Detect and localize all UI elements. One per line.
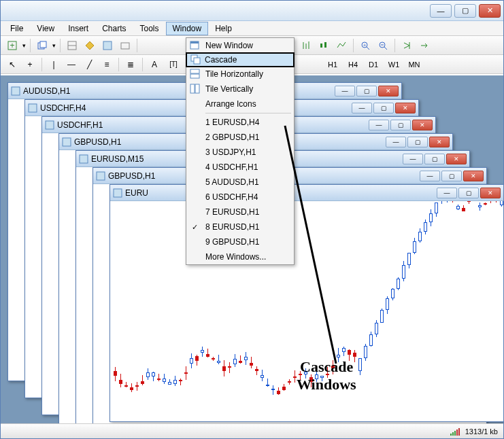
svg-rect-24 [46, 121, 54, 129]
child-min[interactable]: — [403, 154, 423, 164]
dd-window-1[interactable]: 1 EURUSD,H4 [186, 115, 294, 130]
navigator-icon[interactable] [82, 38, 97, 53]
bar-chart-icon[interactable] [299, 38, 314, 53]
svg-rect-28 [114, 189, 122, 197]
chart-icon [11, 86, 20, 96]
cursor-icon[interactable]: ↖ [5, 57, 20, 72]
svg-rect-26 [80, 155, 88, 163]
menu-insert[interactable]: Insert [61, 22, 95, 35]
zoom-in-icon[interactable]: + [358, 38, 373, 53]
svg-rect-7 [103, 41, 112, 50]
terminal-icon[interactable] [118, 38, 133, 53]
zoom-out-icon[interactable] [375, 38, 390, 53]
child-max[interactable]: ▢ [356, 86, 377, 96]
child-close[interactable]: ✕ [480, 188, 501, 198]
chart-title: GBPUSD,H1 [74, 137, 121, 147]
child-min[interactable]: — [335, 86, 355, 96]
dd-window-3[interactable]: 3 USDJPY,H1 [186, 145, 294, 160]
svg-rect-8 [121, 43, 129, 49]
child-max[interactable]: ▢ [373, 103, 394, 113]
line-chart-icon[interactable] [334, 38, 349, 53]
svg-rect-35 [190, 84, 195, 93]
chart-window-active[interactable]: EURU—▢✕ [110, 184, 503, 422]
child-close[interactable]: ✕ [412, 120, 433, 130]
chart-icon [28, 103, 37, 113]
dd-window-8[interactable]: ✓8 EURUSD,H1 [186, 220, 294, 234]
timeframe-w1[interactable]: W1 [385, 58, 403, 71]
child-max[interactable]: ▢ [407, 137, 428, 147]
child-max[interactable]: ▢ [424, 154, 445, 164]
dd-window-7[interactable]: 7 EURUSD,H1 [186, 205, 294, 220]
child-min[interactable]: — [420, 171, 440, 181]
dd-arrange-icons[interactable]: Arrange Icons [186, 96, 294, 111]
crosshair-icon[interactable]: + [22, 57, 37, 72]
child-max[interactable]: ▢ [441, 171, 462, 181]
child-close[interactable]: ✕ [463, 171, 484, 181]
child-max[interactable]: ▢ [390, 120, 411, 130]
minimize-button[interactable]: — [430, 4, 452, 18]
dd-separator [205, 113, 291, 113]
svg-line-15 [367, 47, 369, 50]
candlestick-chart[interactable] [110, 201, 503, 421]
menu-window[interactable]: Window [166, 22, 209, 35]
vline-icon[interactable]: | [46, 57, 61, 72]
menubar: File View Insert Charts Tools Window Hel… [1, 21, 503, 36]
check-icon: ✓ [192, 223, 198, 232]
menu-file[interactable]: File [3, 22, 30, 35]
data-window-icon[interactable] [100, 38, 115, 53]
text-icon[interactable]: A [147, 57, 162, 72]
timeframe-h1[interactable]: H1 [324, 58, 341, 71]
dd-new-window[interactable]: New Window [186, 38, 294, 53]
svg-marker-6 [86, 41, 94, 50]
timeframe-d1[interactable]: D1 [365, 58, 382, 71]
hline-icon[interactable]: — [64, 57, 79, 72]
menu-charts[interactable]: Charts [95, 22, 133, 35]
child-min[interactable]: — [352, 103, 372, 113]
autoscroll-icon[interactable] [399, 38, 414, 53]
dd-window-6[interactable]: 6 USDCHF,H4 [186, 190, 294, 205]
svg-text:+: + [10, 41, 14, 50]
child-close[interactable]: ✕ [378, 86, 399, 96]
child-close[interactable]: ✕ [429, 137, 450, 147]
dd-window-9[interactable]: 9 GBPUSD,H1 [186, 234, 294, 249]
svg-rect-3 [40, 41, 46, 48]
shift-icon[interactable] [417, 38, 432, 53]
timeframe-h4[interactable]: H4 [344, 58, 362, 71]
svg-rect-30 [190, 41, 199, 43]
text-label-icon[interactable]: [T] [165, 57, 182, 72]
dd-window-4[interactable]: 4 USDCHF,H1 [186, 160, 294, 175]
child-min[interactable]: — [386, 137, 406, 147]
svg-rect-23 [29, 104, 37, 112]
channel-icon[interactable]: ≡ [99, 57, 114, 72]
new-chart-icon[interactable]: + [5, 38, 20, 53]
svg-line-18 [384, 47, 387, 50]
fibo-icon[interactable]: ≣ [123, 57, 138, 72]
titlebar: — ▢ ✕ [1, 1, 503, 21]
dd-tile-vertical[interactable]: Tile Vertically [186, 82, 294, 96]
dd-window-5[interactable]: 5 AUDUSD,H1 [186, 175, 294, 190]
dd-cascade[interactable]: Cascade [186, 52, 295, 67]
trendline-icon[interactable]: ╱ [82, 57, 97, 72]
menu-view[interactable]: View [30, 22, 61, 35]
dd-tile-horizontal[interactable]: Tile Horizontally [186, 67, 294, 82]
chart-icon [45, 120, 54, 130]
maximize-button[interactable]: ▢ [454, 4, 476, 18]
dd-window-2[interactable]: 2 GBPUSD,H1 [186, 130, 294, 145]
child-close[interactable]: ✕ [446, 154, 467, 164]
connection-bars-icon [450, 427, 460, 436]
market-watch-icon[interactable] [65, 38, 80, 53]
menu-tools[interactable]: Tools [133, 22, 166, 35]
child-min[interactable]: — [369, 120, 389, 130]
child-min[interactable]: — [437, 188, 457, 198]
chart-icon [113, 188, 122, 198]
timeframe-mn[interactable]: MN [405, 58, 423, 71]
chart-title: EURU [125, 188, 148, 198]
dd-more-windows[interactable]: More Windows... [186, 249, 294, 264]
candle-chart-icon[interactable] [316, 38, 331, 53]
child-max[interactable]: ▢ [458, 188, 479, 198]
close-button[interactable]: ✕ [479, 4, 501, 18]
menu-help[interactable]: Help [208, 22, 239, 35]
profile-icon[interactable] [35, 38, 50, 53]
svg-text:+: + [363, 42, 367, 48]
child-close[interactable]: ✕ [395, 103, 416, 113]
